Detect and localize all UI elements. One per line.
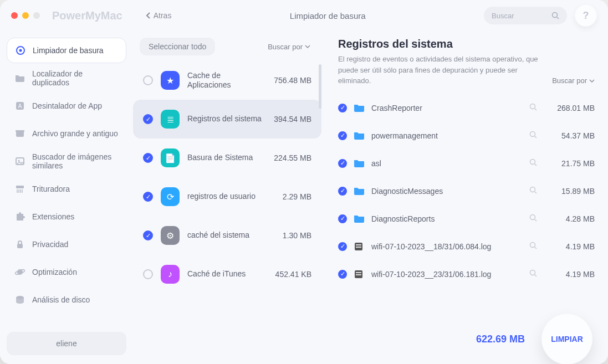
category-icon: ♪ — [161, 265, 180, 284]
detail-sort-trigger[interactable]: Buscar por — [552, 75, 595, 86]
svg-rect-30 — [356, 244, 361, 245]
category-sort-trigger[interactable]: Buscar por — [268, 43, 310, 51]
category-checkbox[interactable]: ✓ — [143, 114, 153, 124]
file-checkbox[interactable]: ✓ — [338, 242, 347, 251]
window-controls — [11, 12, 40, 19]
category-label: Registros del sistema — [187, 114, 266, 124]
category-checkbox[interactable] — [143, 75, 153, 85]
category-label: caché del sistema — [187, 230, 275, 240]
search-icon[interactable] — [529, 186, 537, 196]
category-item-itunes-cache[interactable]: ♪Caché de iTunes452.41 KB — [133, 255, 321, 294]
file-checkbox[interactable]: ✓ — [338, 270, 347, 279]
app-window: PowerMyMac Atras Limpiador de basura Bus… — [0, 0, 608, 364]
svg-rect-7 — [16, 130, 24, 132]
category-icon: ≣ — [161, 110, 180, 129]
file-name: wifi-07-10-2023__23/31/06.181.log — [371, 270, 523, 279]
file-item[interactable]: ✓DiagnosticMessages15.89 MB — [338, 177, 595, 205]
search-icon[interactable] — [529, 103, 537, 113]
user-account[interactable]: eliene — [7, 332, 126, 355]
chevron-down-icon — [305, 44, 310, 49]
file-name: asl — [371, 159, 523, 168]
sidebar-item-archivo[interactable]: Archivo grande y antiguo — [7, 121, 126, 146]
file-checkbox[interactable]: ✓ — [338, 214, 347, 223]
file-checkbox[interactable]: ✓ — [338, 104, 347, 112]
sidebar-item-trituradora[interactable]: Trituradora — [7, 176, 126, 202]
category-size: 756.48 MB — [274, 76, 311, 85]
svg-line-33 — [535, 247, 537, 249]
svg-point-27 — [530, 214, 535, 219]
svg-rect-36 — [356, 274, 361, 275]
folder-icon — [354, 159, 365, 168]
category-size: 394.54 MB — [274, 115, 311, 124]
file-size: 268.01 MB — [547, 104, 595, 112]
svg-line-38 — [535, 275, 537, 276]
help-button[interactable]: ? — [575, 4, 597, 27]
category-checkbox[interactable]: ✓ — [143, 192, 153, 202]
clean-button[interactable]: LIMPIAR — [541, 314, 592, 364]
back-button[interactable]: Atras — [146, 11, 172, 20]
svg-line-1 — [557, 17, 559, 19]
file-name: CrashReporter — [371, 104, 523, 112]
sidebar-item-label: Análisis de disco — [32, 295, 90, 304]
category-label: Basura de Sistema — [187, 153, 266, 163]
close-window-icon[interactable] — [11, 12, 18, 19]
sidebar-item-extensiones[interactable]: Extensiones — [7, 204, 126, 229]
box-icon — [14, 128, 25, 139]
svg-rect-15 — [17, 244, 23, 248]
category-checkbox[interactable] — [143, 269, 153, 279]
search-icon[interactable] — [529, 214, 537, 224]
category-checkbox[interactable]: ✓ — [143, 153, 153, 163]
target-icon — [15, 45, 26, 56]
category-checkbox[interactable]: ✓ — [143, 230, 153, 240]
sidebar-item-optimizacion[interactable]: Optimización — [7, 259, 126, 285]
search-icon — [551, 12, 559, 19]
minimize-window-icon[interactable] — [22, 12, 29, 19]
folder-icon — [354, 187, 365, 196]
category-item-app-cache[interactable]: ★Cache de Aplicaciones756.48 MB — [133, 61, 321, 100]
svg-line-20 — [535, 109, 537, 110]
sidebar-item-duplicados[interactable]: Localizador de duplicados — [7, 65, 126, 91]
sidebar-item-analisis[interactable]: Análisis de disco — [7, 287, 126, 312]
category-item-system-junk[interactable]: ✓📄Basura de Sistema224.55 MB — [133, 139, 321, 177]
file-item[interactable]: ✓wifi-07-10-2023__23/31/06.181.log4.19 M… — [338, 260, 595, 288]
category-item-user-logs[interactable]: ✓⟳registros de usuario2.29 MB — [133, 177, 321, 216]
search-icon[interactable] — [529, 242, 537, 252]
file-checkbox[interactable]: ✓ — [338, 131, 347, 140]
sidebar-item-label: Privacidad — [32, 240, 68, 249]
category-item-system-cache[interactable]: ✓⚙caché del sistema1.30 MB — [133, 216, 321, 255]
svg-rect-31 — [356, 247, 361, 248]
sidebar-item-imagenes[interactable]: Buscador de imágenes similares — [7, 148, 126, 174]
search-input[interactable]: Buscar — [484, 7, 567, 24]
user-name: eliene — [56, 339, 76, 348]
folder-icon — [354, 131, 365, 140]
sidebar-item-privacidad[interactable]: Privacidad — [7, 232, 126, 257]
sidebar-item-limpiador[interactable]: Limpiador de basura — [7, 38, 126, 63]
file-size: 4.19 MB — [547, 270, 595, 279]
file-item[interactable]: ✓powermanagement54.37 MB — [338, 122, 595, 150]
sidebar: Limpiador de basuraLocalizador de duplic… — [0, 31, 133, 364]
folder-icon — [354, 104, 365, 112]
search-icon[interactable] — [529, 269, 537, 279]
category-item-system-logs[interactable]: ✓≣Registros del sistema394.54 MB — [133, 100, 321, 139]
maximize-window-icon[interactable] — [33, 12, 40, 19]
shred-icon — [14, 183, 25, 194]
file-checkbox[interactable]: ✓ — [338, 159, 347, 168]
sidebar-item-label: Buscador de imágenes similares — [32, 152, 119, 170]
select-all-button[interactable]: Seleccionar todo — [140, 38, 215, 55]
file-item[interactable]: ✓wifi-07-10-2023__18/31/06.084.log4.19 M… — [338, 233, 595, 260]
svg-line-24 — [535, 164, 537, 166]
file-item[interactable]: ✓CrashReporter268.01 MB — [338, 94, 595, 122]
file-item[interactable]: ✓DiagnosticReports4.28 MB — [338, 205, 595, 233]
puzzle-icon — [14, 211, 25, 222]
category-icon: 📄 — [161, 148, 180, 167]
search-icon[interactable] — [529, 158, 537, 168]
file-item[interactable]: ✓asl21.75 MB — [338, 150, 595, 177]
titlebar: PowerMyMac Atras Limpiador de basura Bus… — [0, 0, 608, 31]
search-icon[interactable] — [529, 131, 537, 141]
sidebar-item-desintalador[interactable]: ADesintalador de App — [7, 93, 126, 119]
folder-icon — [354, 214, 365, 223]
category-size: 224.55 MB — [274, 153, 311, 162]
file-checkbox[interactable]: ✓ — [338, 187, 347, 196]
app-icon: A — [14, 100, 25, 111]
detail-description: El registro de eventos o actividades del… — [338, 54, 595, 86]
